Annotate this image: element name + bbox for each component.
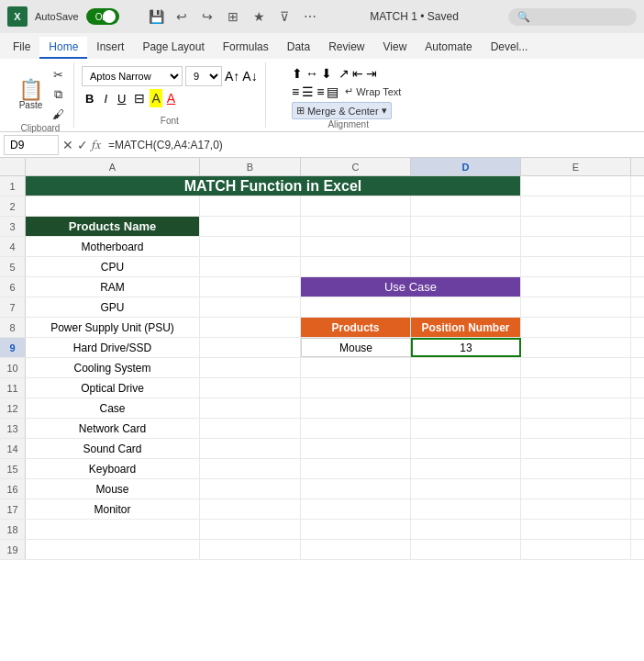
cell-b10[interactable] [200,358,301,377]
cell-e8[interactable] [521,318,631,337]
cell-a19[interactable] [26,540,200,559]
indent-increase-icon[interactable]: ⇥ [366,66,377,81]
bold-button[interactable]: B [82,90,97,107]
cell-c4[interactable] [301,237,411,256]
cell-b13[interactable] [200,419,301,438]
cell-c17[interactable] [301,499,411,519]
tab-page-layout[interactable]: Page Layout [133,37,213,59]
cell-e1[interactable] [521,176,631,196]
cell-d14[interactable] [411,439,521,458]
align-left-icon[interactable]: ≡ [292,84,299,99]
cell-d5[interactable] [411,257,521,276]
fill-color-button[interactable]: A [150,89,161,107]
cell-a7[interactable]: GPU [26,297,200,317]
cell-e11[interactable] [521,378,631,398]
border-button[interactable]: ⊟ [132,89,147,107]
cell-b19[interactable] [200,540,301,559]
decrease-font-icon[interactable]: A↓ [242,69,257,84]
cell-b8[interactable] [200,318,301,337]
cell-c3[interactable] [301,217,411,236]
cell-e18[interactable] [521,520,631,539]
cell-e19[interactable] [521,540,631,559]
cell-c5[interactable] [301,257,411,276]
cell-e12[interactable] [521,398,631,418]
merge-center-button[interactable]: ⊞ Merge & Center ▾ [292,102,392,119]
cell-a16[interactable]: Mouse [26,479,200,499]
cell-a9[interactable]: Hard Drive/SSD [26,338,200,357]
cut-button[interactable]: ✂ [50,66,66,84]
tab-view[interactable]: View [374,37,416,59]
cell-d15[interactable] [411,459,521,478]
cell-d3[interactable] [411,217,521,236]
font-size-select[interactable]: 9 [185,66,222,86]
star-icon[interactable]: ★ [249,6,269,27]
redo-icon[interactable]: ↪ [197,6,217,27]
align-middle-icon[interactable]: ↔ [305,66,318,81]
cell-e16[interactable] [521,479,631,499]
cell-a5[interactable]: CPU [26,257,200,276]
italic-button[interactable]: I [100,90,111,107]
align-bottom-icon[interactable]: ⬇ [321,66,332,81]
cell-b5[interactable] [200,257,301,276]
cell-a4[interactable]: Motherboard [26,237,200,256]
tab-data[interactable]: Data [278,37,319,59]
cell-a12[interactable]: Case [26,398,200,418]
tab-automate[interactable]: Automate [416,37,481,59]
cell-d19[interactable] [411,540,521,559]
cell-b12[interactable] [200,398,301,418]
products-header-cell[interactable]: Products Name [26,217,200,236]
cell-a6[interactable]: RAM [26,277,200,297]
cell-b16[interactable] [200,479,301,499]
cell-c2[interactable] [301,196,411,216]
cell-e4[interactable] [521,237,631,256]
align-right-icon[interactable]: ≡ [316,84,324,99]
tab-home[interactable]: Home [39,37,87,59]
cell-d12[interactable] [411,398,521,418]
undo-icon[interactable]: ↩ [172,6,192,27]
insert-function-icon[interactable]: 𝑓𝑥 [92,137,101,152]
save-icon[interactable]: 💾 [146,6,166,27]
products-col-header[interactable]: Products [301,318,411,337]
underline-button[interactable]: U [114,90,129,107]
cell-a2[interactable] [26,196,200,216]
align-top-icon[interactable]: ⬆ [292,66,303,81]
cell-c7[interactable] [301,297,411,317]
cell-c13[interactable] [301,419,411,438]
col-header-e[interactable]: E [521,158,631,175]
tab-formulas[interactable]: Formulas [214,37,278,59]
cell-e13[interactable] [521,419,631,438]
confirm-formula-icon[interactable]: ✓ [77,138,88,152]
col-header-b[interactable]: B [200,158,301,175]
cell-e5[interactable] [521,257,631,276]
cell-b3[interactable] [200,217,301,236]
cell-b2[interactable] [200,196,301,216]
cell-a10[interactable]: Cooling System [26,358,200,377]
tab-review[interactable]: Review [319,37,373,59]
tab-developer[interactable]: Devel... [482,37,538,59]
cell-e17[interactable] [521,499,631,519]
cell-d4[interactable] [411,237,521,256]
cell-e14[interactable] [521,439,631,458]
cell-b4[interactable] [200,237,301,256]
tab-file[interactable]: File [4,37,39,59]
cell-d17[interactable] [411,499,521,519]
cell-d7[interactable] [411,297,521,317]
cell-c16[interactable] [301,479,411,499]
cell-c19[interactable] [301,540,411,559]
grid-icon[interactable]: ⊞ [223,6,243,27]
cell-d10[interactable] [411,358,521,377]
cell-d13[interactable] [411,419,521,438]
position-col-header[interactable]: Position Number [411,318,521,337]
col-header-c[interactable]: C [301,158,411,175]
cell-d9[interactable]: 13 [411,338,521,357]
col-header-d[interactable]: D [411,158,521,175]
cell-e6[interactable] [521,277,631,297]
cell-e7[interactable] [521,297,631,317]
cell-b18[interactable] [200,520,301,539]
cell-c15[interactable] [301,459,411,478]
cell-a18[interactable] [26,520,200,539]
indent-decrease-icon[interactable]: ⇤ [352,66,363,81]
cell-ref-box[interactable]: D9 [4,135,59,155]
cell-a17[interactable]: Monitor [26,499,200,519]
cell-b14[interactable] [200,439,301,458]
